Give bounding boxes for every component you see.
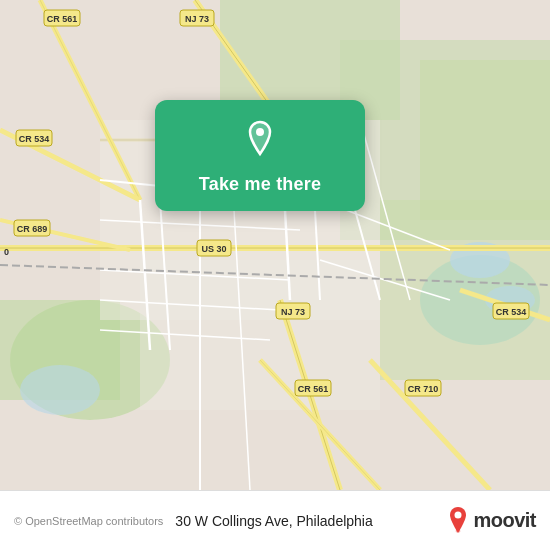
moovit-brand-text: moovit [473, 509, 536, 532]
svg-text:CR 534: CR 534 [496, 307, 527, 317]
svg-text:CR 561: CR 561 [47, 14, 78, 24]
copyright-text: © OpenStreetMap contributors [14, 515, 163, 527]
location-pin-icon [238, 118, 282, 162]
popup-card: Take me there [155, 100, 365, 211]
map-container: CR 561 NJ 73 CR 534 CR 708 CR 689 US 30 … [0, 0, 550, 490]
svg-point-67 [455, 511, 462, 518]
take-me-there-button[interactable]: Take me there [199, 174, 321, 195]
address-text: 30 W Collings Ave, Philadelphia [175, 513, 447, 529]
bottom-bar: © OpenStreetMap contributors 30 W Collin… [0, 490, 550, 550]
svg-text:CR 710: CR 710 [408, 384, 439, 394]
svg-text:CR 561: CR 561 [298, 384, 329, 394]
map-svg: CR 561 NJ 73 CR 534 CR 708 CR 689 US 30 … [0, 0, 550, 490]
moovit-pin-icon [447, 507, 469, 535]
svg-text:CR 534: CR 534 [19, 134, 50, 144]
svg-text:NJ 73: NJ 73 [185, 14, 209, 24]
svg-text:0: 0 [4, 247, 9, 257]
svg-text:US 30: US 30 [201, 244, 226, 254]
svg-point-10 [20, 365, 100, 415]
svg-point-66 [256, 128, 264, 136]
moovit-logo: moovit [447, 507, 536, 535]
svg-text:CR 689: CR 689 [17, 224, 48, 234]
svg-rect-6 [420, 60, 550, 220]
svg-point-68 [456, 529, 461, 532]
svg-text:NJ 73: NJ 73 [281, 307, 305, 317]
